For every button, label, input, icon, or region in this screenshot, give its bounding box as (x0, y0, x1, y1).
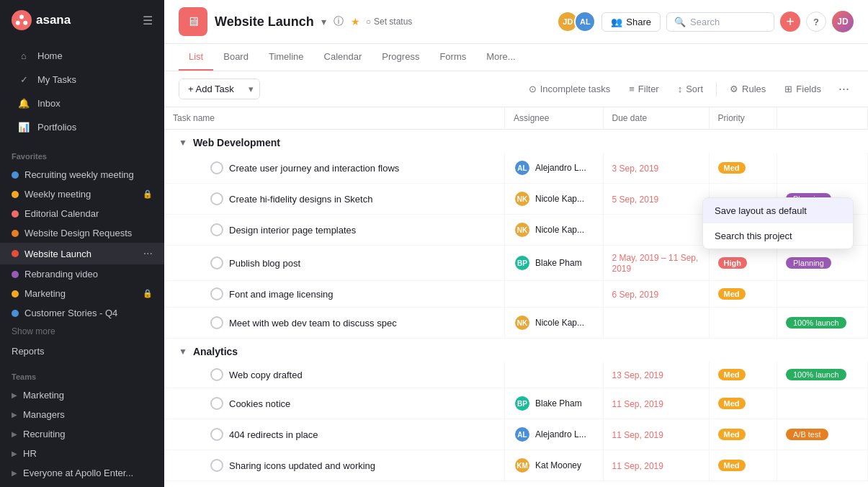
task-name-cell: Create user journey and interaction flow… (164, 153, 505, 184)
assignee-avatar: NK (514, 190, 531, 207)
task-checkbox[interactable] (210, 287, 223, 300)
tab-forms[interactable]: Forms (429, 44, 476, 71)
rules-button[interactable]: ⚙ Rules (724, 80, 771, 98)
search-project-item[interactable]: Search this project (703, 223, 853, 249)
filter-button[interactable]: ≡ Filter (623, 80, 664, 98)
sidebar-item-recruiting-weekly[interactable]: Recruiting weekly meeting (0, 165, 164, 184)
fav-item-label: Website Design Requests (24, 228, 132, 238)
sort-button[interactable]: ↕ Sort (672, 80, 709, 98)
due-date-label: 11 Sep, 2019 (612, 399, 663, 409)
assignee-name: Alejandro L... (535, 429, 586, 439)
bell-icon: 🔔 (17, 97, 30, 110)
asana-logo[interactable]: asana (12, 10, 71, 30)
section-header[interactable]: ▼ Analytics (179, 346, 859, 357)
task-checkbox[interactable] (210, 192, 223, 205)
add-section-button[interactable]: + Add section (164, 481, 868, 487)
sidebar-item-reports[interactable]: Reports (0, 340, 164, 362)
save-layout-item[interactable]: Save layout as default (703, 198, 853, 223)
priority-cell: Med (709, 362, 777, 388)
sidebar-item-customer-stories[interactable]: Customer Stories - Q4 (0, 303, 164, 323)
priority-badge: Med (718, 369, 746, 380)
more-icon[interactable]: ··· (143, 247, 153, 260)
share-button[interactable]: 👥 Share (601, 12, 661, 32)
sidebar-item-editorial-calendar[interactable]: Editorial Calendar (0, 204, 164, 223)
more-options-button[interactable]: ··· (834, 80, 854, 98)
task-checkbox[interactable] (210, 428, 223, 441)
priority-cell: Med (709, 153, 777, 184)
tab-board[interactable]: Board (213, 44, 259, 71)
task-checkbox[interactable] (210, 368, 223, 381)
table-row[interactable]: Sharing icons updated and working KM Kat… (164, 450, 868, 481)
task-checkbox[interactable] (210, 397, 223, 410)
asana-logo-icon (12, 10, 32, 30)
table-row[interactable]: Cookies notice BP Blake Pham 11 Sep, 201… (164, 388, 868, 419)
table-row[interactable]: Font and image licensing 6 Sep, 2019Med (164, 281, 868, 308)
sidebar-item-everyone-team[interactable]: ▶ Everyone at Apollo Enter... (0, 463, 164, 483)
sidebar-item-marketing-team[interactable]: ▶ Marketing (0, 385, 164, 405)
tab-more[interactable]: More... (476, 44, 525, 71)
sidebar-item-home[interactable]: ⌂ Home (6, 44, 158, 67)
priority-badge: Med (718, 398, 746, 409)
priority-badge: Med (718, 460, 746, 471)
main-content: 🖥 Website Launch ▾ ⓘ ★ ○ Set status JD A… (164, 0, 868, 487)
tag-cell: 100% launch (777, 362, 868, 388)
tab-calendar[interactable]: Calendar (314, 44, 372, 71)
sidebar-item-hr-team[interactable]: ▶ HR (0, 444, 164, 463)
tag-cell (777, 153, 868, 184)
assignee-name: Nicole Kap... (535, 194, 584, 204)
sidebar-item-website-design[interactable]: Website Design Requests (0, 223, 164, 243)
table-row[interactable]: Meet with web dev team to discuss spec N… (164, 308, 868, 339)
sidebar-item-my-tasks[interactable]: ✓ My Tasks (6, 68, 158, 91)
sidebar-item-website-launch[interactable]: Website Launch ··· (0, 243, 164, 264)
add-task-main-button[interactable]: + Add Task (179, 79, 243, 99)
col-header-task: Task name (164, 107, 505, 130)
incomplete-tasks-filter[interactable]: ⊙ Incomplete tasks (523, 80, 617, 98)
task-checkbox[interactable] (210, 223, 223, 236)
star-button[interactable]: ★ (349, 14, 362, 29)
sidebar-item-recruiting-team[interactable]: ▶ Recruiting (0, 424, 164, 444)
tag-cell (777, 388, 868, 419)
task-name-cell: Web copy drafted (164, 362, 505, 388)
table-row[interactable]: Publish blog post BP Blake Pham 2 May, 2… (164, 246, 868, 281)
add-button[interactable]: + (780, 12, 800, 32)
task-name-label: Publish blog post (229, 258, 300, 269)
tag-badge: 100% launch (786, 317, 846, 329)
dropdown-arrow-button[interactable]: ▾ (320, 14, 328, 29)
user-avatar[interactable]: JD (832, 11, 854, 32)
tab-list[interactable]: List (179, 44, 213, 71)
info-button[interactable]: ⓘ (332, 14, 345, 30)
tab-timeline[interactable]: Timeline (259, 44, 314, 71)
task-checkbox[interactable] (210, 459, 223, 472)
assignee-avatar: KM (514, 457, 531, 474)
sidebar-item-managers-team[interactable]: ▶ Managers (0, 405, 164, 424)
assignee-cell: KM Kat Mooney (505, 450, 604, 481)
task-checkbox[interactable] (210, 161, 223, 174)
fields-button[interactable]: ⊞ Fields (779, 80, 827, 98)
hamburger-menu-icon[interactable]: ☰ (143, 14, 153, 27)
show-more-button[interactable]: Show more (0, 323, 164, 340)
tab-progress[interactable]: Progress (372, 44, 429, 71)
search-box[interactable]: 🔍 Search (666, 12, 774, 32)
filter-icon: ≡ (629, 84, 635, 94)
chevron-right-icon: ▶ (12, 450, 17, 457)
task-name-label: Create hi-fidelity designs in Sketch (229, 194, 372, 205)
table-row[interactable]: Create user journey and interaction flow… (164, 153, 868, 184)
sidebar-item-rebranding[interactable]: Rebranding video (0, 264, 164, 284)
help-button[interactable]: ? (806, 12, 826, 32)
task-checkbox[interactable] (210, 316, 223, 329)
section-header[interactable]: ▼ Web Development (179, 137, 859, 148)
add-task-dropdown-button[interactable]: ▾ (243, 79, 259, 99)
table-row[interactable]: 404 redirects in place AL Alejandro L...… (164, 419, 868, 450)
due-date-label: 2 May, 2019 – 11 Sep, 2019 (612, 253, 699, 274)
sidebar-item-marketing[interactable]: Marketing 🔒 (0, 284, 164, 303)
chevron-down-icon: ▼ (179, 138, 187, 148)
table-row[interactable]: Web copy drafted 13 Sep, 2019Med100% lau… (164, 362, 868, 388)
avatar[interactable]: AL (574, 11, 596, 32)
fav-item-label: Customer Stories - Q4 (24, 308, 117, 318)
sidebar-item-weekly-meeting[interactable]: Weekly meeting 🔒 (0, 184, 164, 204)
sidebar-item-portfolios[interactable]: 📊 Portfolios (6, 115, 158, 138)
set-status-button[interactable]: ○ Set status (366, 17, 413, 27)
sidebar-item-inbox[interactable]: 🔔 Inbox (6, 91, 158, 115)
due-date-cell: 11 Sep, 2019 (603, 450, 709, 481)
task-checkbox[interactable] (210, 256, 223, 269)
